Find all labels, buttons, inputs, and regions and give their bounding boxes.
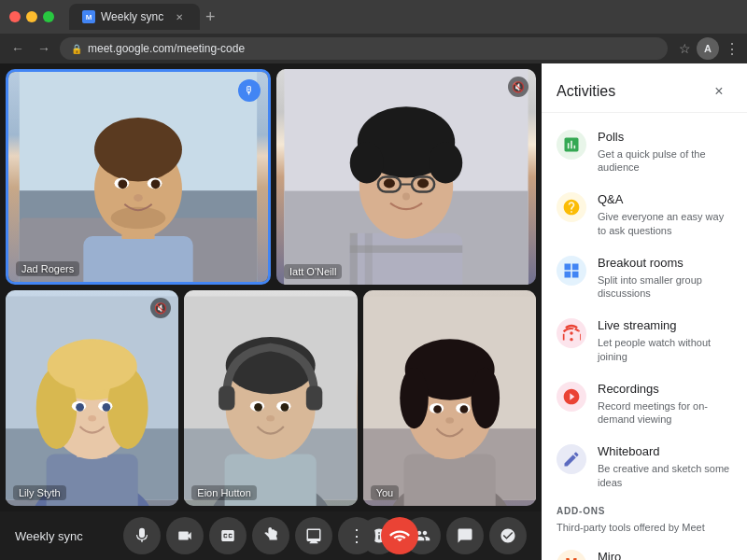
- svg-rect-54: [218, 385, 234, 410]
- polls-svg: [562, 135, 581, 154]
- tab-bar: M Weekly sync ✕ +: [69, 4, 738, 30]
- browser-chrome: M Weekly sync ✕ +: [0, 0, 747, 34]
- whiteboard-desc: Be creative and sketch some ideas: [598, 462, 732, 489]
- mic-button[interactable]: [123, 517, 161, 554]
- recordings-desc: Record meetings for on-demand viewing: [598, 399, 732, 427]
- camera-icon: [176, 527, 193, 544]
- svg-rect-20: [350, 245, 463, 253]
- svg-rect-19: [365, 233, 373, 285]
- activity-item-breakout[interactable]: Breakout rooms Split into smaller group …: [542, 246, 747, 309]
- bookmark-icon[interactable]: ☆: [679, 41, 691, 56]
- video-tile-eion: Eion Hutton: [184, 290, 357, 506]
- toolbar-controls: ⋮: [123, 517, 418, 554]
- video-row-bottom: 🔇 Lily Styth: [6, 290, 536, 506]
- svg-point-60: [267, 415, 275, 422]
- breakout-desc: Split into smaller group discussions: [598, 273, 732, 301]
- face-eion: [184, 290, 357, 506]
- svg-rect-55: [306, 385, 322, 410]
- miro-name: Miro: [598, 550, 732, 560]
- video-row-top: 🎙 Jad Rogers: [6, 69, 536, 285]
- participant-video-you: [363, 290, 536, 506]
- activities-close-button[interactable]: ×: [706, 78, 732, 105]
- whiteboard-name: Whiteboard: [598, 444, 732, 460]
- svg-point-24: [350, 142, 384, 183]
- activities-panel: Activities × Polls Get a quick pulse of …: [542, 63, 747, 560]
- svg-point-13: [134, 194, 143, 202]
- tab-close-button[interactable]: ✕: [172, 9, 187, 24]
- activity-item-polls[interactable]: Polls Get a quick pulse of the audience: [542, 120, 747, 183]
- svg-point-25: [429, 142, 462, 183]
- bottom-toolbar: Weekly sync: [0, 511, 542, 560]
- addons-desc: Third-party tools offered by Meet: [542, 520, 747, 540]
- present-button[interactable]: [295, 517, 332, 554]
- maximize-window-button[interactable]: [43, 11, 54, 22]
- polls-name: Polls: [598, 130, 732, 146]
- activity-item-livestream[interactable]: Live streaming Let people watch without …: [542, 309, 747, 371]
- svg-point-44: [76, 403, 84, 412]
- activity-item-miro[interactable]: M Miro Collaborative whiteboarding: [542, 540, 747, 560]
- raise-hand-icon: [262, 527, 279, 544]
- profile-button[interactable]: A: [697, 37, 719, 60]
- end-call-icon: [389, 530, 410, 541]
- activities-header: Activities ×: [542, 63, 747, 113]
- participant-video-lily: [6, 290, 178, 506]
- breakout-svg: [562, 261, 581, 280]
- svg-point-69: [471, 368, 500, 428]
- lock-icon: 🔒: [71, 44, 82, 54]
- activities-button[interactable]: [489, 517, 527, 554]
- tab-favicon: M: [82, 10, 95, 23]
- chat-button[interactable]: [446, 517, 484, 554]
- qa-icon: [557, 192, 586, 222]
- whiteboard-text: Whiteboard Be creative and sketch some i…: [598, 444, 732, 488]
- breakout-icon: [557, 256, 586, 286]
- browser-menu-button[interactable]: ⋮: [725, 40, 740, 58]
- svg-point-45: [103, 403, 111, 412]
- end-call-button[interactable]: [381, 517, 418, 554]
- name-label-eion: Eion Hutton: [191, 485, 256, 500]
- forward-button[interactable]: →: [34, 39, 54, 58]
- activity-item-whiteboard[interactable]: Whiteboard Be creative and sketch some i…: [542, 435, 747, 497]
- face-you: [363, 290, 536, 506]
- camera-button[interactable]: [166, 517, 204, 554]
- svg-point-73: [459, 405, 468, 413]
- captions-button[interactable]: [209, 517, 247, 554]
- svg-point-46: [88, 415, 96, 422]
- address-bar[interactable]: 🔒 meet.google.com/meeting-code: [60, 37, 668, 60]
- svg-rect-64: [403, 454, 495, 506]
- video-tile-lily: 🔇 Lily Styth: [6, 290, 178, 506]
- muted-indicator-iatt: 🔇: [508, 77, 529, 97]
- recordings-name: Recordings: [598, 382, 732, 398]
- address-text: meet.google.com/meeting-code: [88, 42, 245, 55]
- traffic-lights: [9, 11, 54, 22]
- minimize-window-button[interactable]: [26, 11, 37, 22]
- more-button[interactable]: ⋮: [338, 517, 375, 554]
- svg-rect-4: [83, 236, 192, 282]
- activities-icon: [500, 527, 516, 544]
- svg-point-31: [402, 193, 410, 201]
- new-tab-button[interactable]: +: [205, 7, 216, 27]
- qa-desc: Give everyone an easy way to ask questio…: [598, 210, 732, 237]
- name-label-lily: Lily Styth: [13, 485, 66, 500]
- polls-desc: Get a quick pulse of the audience: [598, 147, 732, 175]
- speaking-indicator-jad: 🎙: [238, 79, 261, 102]
- breakout-text: Breakout rooms Split into smaller group …: [598, 256, 732, 300]
- svg-point-74: [445, 417, 454, 424]
- close-window-button[interactable]: [9, 11, 21, 22]
- activity-item-qa[interactable]: Q&A Give everyone an easy way to ask que…: [542, 183, 747, 245]
- mic-icon: [134, 527, 150, 544]
- more-icon: ⋮: [348, 525, 365, 546]
- raise-hand-button[interactable]: [252, 517, 289, 554]
- active-tab[interactable]: M Weekly sync ✕: [69, 4, 200, 30]
- addons-section-header: ADD-ONS: [542, 498, 747, 520]
- polls-icon: [557, 130, 586, 160]
- recordings-text: Recordings Record meetings for on-demand…: [598, 382, 732, 426]
- svg-rect-18: [350, 233, 358, 285]
- meeting-title: Weekly sync: [15, 529, 108, 543]
- present-icon: [305, 527, 322, 544]
- video-tile-you: You: [363, 290, 536, 506]
- back-button[interactable]: ←: [7, 39, 28, 58]
- svg-point-72: [433, 405, 442, 413]
- activity-item-recordings[interactable]: Recordings Record meetings for on-demand…: [542, 372, 747, 435]
- livestream-name: Live streaming: [598, 318, 732, 334]
- livestream-text: Live streaming Let people watch without …: [598, 318, 732, 362]
